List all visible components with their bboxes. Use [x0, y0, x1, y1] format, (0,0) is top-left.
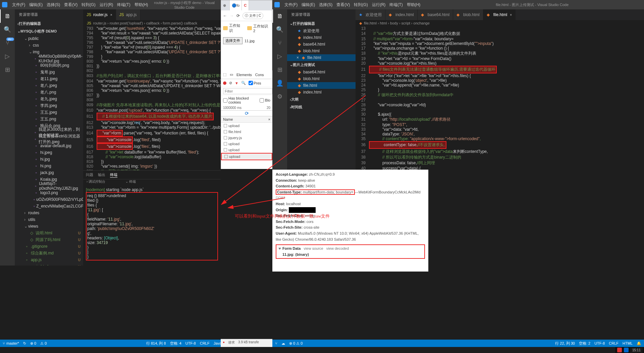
- file-item[interactable]: ▫hi.png: [15, 163, 83, 169]
- network-request-item[interactable]: upload: [221, 123, 272, 129]
- eol[interactable]: CRLF: [609, 341, 619, 345]
- folder-css[interactable]: ›css: [15, 42, 83, 49]
- file-view1[interactable]: ◇说明.htmlU: [15, 230, 83, 236]
- file-item[interactable]: ▫hi.jpg: [15, 156, 83, 163]
- search-icon[interactable]: 🔍: [272, 23, 287, 36]
- file-item[interactable]: ▫Z_encvNMa8ejCas2LCGF0GVL.png: [15, 203, 83, 210]
- open-welcome[interactable]: ★欢迎使用: [287, 27, 356, 34]
- folder-public[interactable]: ⌄public: [15, 35, 83, 42]
- file-item[interactable]: ▫综合案例.mdU: [15, 250, 83, 256]
- tab-blob[interactable]: ◆blob.html: [453, 9, 483, 20]
- bell-icon[interactable]: 🔔: [637, 341, 641, 346]
- tab-router-js[interactable]: JSrouter.js×: [83, 9, 116, 20]
- file-item[interactable]: ▫uOZv0R500FN60ZrVYLpDfn7d.jpg: [15, 196, 83, 203]
- network-header[interactable]: Name×: [221, 116, 272, 123]
- debug-icon[interactable]: ▷: [272, 50, 287, 63]
- tab-problems[interactable]: 问题: [86, 172, 93, 177]
- open-index[interactable]: ◆index.html: [287, 34, 356, 41]
- extensions-icon[interactable]: ⊞: [0, 63, 15, 76]
- network-request-item[interactable]: upload: [221, 153, 272, 160]
- menu-run[interactable]: 运行(R): [98, 2, 115, 8]
- menu-file[interactable]: 文件(F): [10, 2, 27, 8]
- account-icon[interactable]: 👤: [272, 76, 287, 90]
- file-item[interactable]: ▫老九.jpeg: [15, 96, 83, 102]
- menu-help[interactable]: 帮助(H): [405, 2, 423, 8]
- tab-welcome[interactable]: ★欢迎使用: [356, 9, 385, 20]
- file-item[interactable]: ▫鬼哥.jpg: [15, 69, 83, 75]
- inspect-icon[interactable]: ⬚: [223, 72, 226, 77]
- network-request-item[interactable]: upload: [221, 141, 272, 147]
- menu-terminal[interactable]: 终端(T): [387, 2, 405, 8]
- extensions-icon[interactable]: ⊞: [272, 63, 287, 76]
- menu-edit[interactable]: 编辑(E): [300, 2, 317, 8]
- folder-routes[interactable]: ›routes: [15, 210, 83, 216]
- file-item[interactable]: ▫4MM3oOpB88KqV0pMI-KUH3uf.jpg: [15, 55, 83, 62]
- warns-count[interactable]: ⚠ 0: [40, 341, 47, 346]
- debug-icon[interactable]: ▷: [0, 50, 15, 63]
- browser-tab-1[interactable]: ⊕: [221, 0, 230, 10]
- file-item[interactable]: ▫老八.jpeg: [15, 82, 83, 89]
- menu-edit[interactable]: 编辑(E): [27, 2, 45, 8]
- bookmark-folder-1[interactable]: 工作知识: [223, 23, 244, 33]
- close-icon[interactable]: ×: [268, 117, 270, 121]
- ws-base64[interactable]: ◆base64.html: [287, 69, 356, 75]
- bookmark-folder-2[interactable]: 工作知识2: [247, 23, 270, 33]
- tab-elements[interactable]: Elements: [236, 73, 252, 77]
- back-icon[interactable]: ←: [223, 13, 227, 18]
- device-icon[interactable]: ▭: [230, 72, 233, 77]
- browser-tab-2[interactable]: 🔵 fo: [230, 0, 242, 10]
- menu-go[interactable]: 转到(G): [352, 2, 370, 8]
- browser-tab-3[interactable]: C: [242, 0, 249, 10]
- errors-count[interactable]: ⊗ 0 ⚠ 0: [289, 341, 303, 346]
- search-icon[interactable]: 🔍: [0, 23, 15, 36]
- remote-icon[interactable]: ⑂: [275, 341, 277, 345]
- tray-icon[interactable]: [617, 348, 622, 352]
- file-item[interactable]: ▫hi.jpeg: [15, 149, 83, 156]
- tray-icon[interactable]: [624, 348, 629, 352]
- request-headers-pane[interactable]: Accept-Language: zh-CN,zh;q=0.9 Connecti…: [272, 170, 428, 272]
- file-item[interactable]: ▫老11.jpeg: [15, 75, 83, 82]
- ws-file[interactable]: ◆file.html: [287, 82, 356, 89]
- blocked-cookies-checkbox[interactable]: [223, 98, 227, 103]
- tab-console[interactable]: Cons: [255, 73, 264, 77]
- terminal-output[interactable]: [nodemon] starting `node app.js`req {} 8…: [83, 186, 221, 263]
- menu-view[interactable]: 查看(V): [62, 2, 79, 8]
- breadcrumb-right[interactable]: ◆file.html › html › body › script › onch…: [356, 20, 644, 26]
- file-item[interactable]: ▫李四.jpeg: [15, 102, 83, 109]
- choose-file-button[interactable]: 选择文件: [223, 37, 243, 44]
- tab-file-html[interactable]: ◆file.html×: [483, 9, 516, 20]
- breadcrumb-left[interactable]: JSrouter.js › router.post('/upload') › c…: [83, 20, 221, 26]
- scm-icon[interactable]: ⑂: [272, 36, 287, 50]
- code-editor-right[interactable]: 13</span>14 // "var">file方式主要是通过formData…: [356, 26, 644, 170]
- indent[interactable]: 空格: 4: [170, 341, 181, 346]
- workspace-section[interactable]: ⌄ 图片上传测试: [287, 61, 356, 69]
- search-icon[interactable]: 🔍: [241, 81, 246, 85]
- file-view2[interactable]: ◇同源了吗.htmlU: [15, 236, 83, 243]
- folder-views[interactable]: ⌄views: [15, 223, 83, 230]
- open-blob[interactable]: ◆blob.html: [287, 48, 356, 54]
- menu-select[interactable]: 选择(S): [317, 2, 334, 8]
- terminal-tabs[interactable]: 问题 输出 终端: [83, 171, 221, 179]
- tab-terminal[interactable]: 终端: [110, 172, 117, 178]
- clear-icon[interactable]: ⊘: [229, 81, 232, 85]
- menu-terminal[interactable]: 终端(T): [115, 2, 132, 8]
- file-item[interactable]: ▫lJoM5lpT-p0xdNAChtyJJ6ZI.jpg: [15, 183, 83, 189]
- menu-help[interactable]: 帮助(H): [132, 2, 150, 8]
- close-icon[interactable]: ×: [110, 13, 112, 17]
- scm-icon[interactable]: ⑂4k+: [0, 36, 15, 50]
- file-item[interactable]: ▫app.jsU: [15, 256, 83, 263]
- filter-icon[interactable]: ▼: [235, 81, 238, 85]
- cloud-icon[interactable]: ☁: [281, 341, 285, 346]
- explorer-icon[interactable]: 🗎: [272, 9, 287, 23]
- preserve-log-checkbox[interactable]: [249, 81, 253, 85]
- timeline-section[interactable]: › 时间线: [287, 103, 356, 111]
- file-item[interactable]: ▫jack.jpg: [15, 169, 83, 176]
- open-file-html[interactable]: ×◆file.html: [287, 54, 356, 61]
- encoding[interactable]: UTF-8: [594, 341, 605, 345]
- network-request-item[interactable]: upload: [221, 147, 272, 153]
- menu-view[interactable]: 查看(V): [334, 2, 352, 8]
- workspace-section[interactable]: ⌄ MYSQL小程序 DEMO: [15, 27, 83, 35]
- tab-index[interactable]: ◆index.html: [385, 9, 418, 20]
- git-branch[interactable]: ⑂ master*: [3, 341, 19, 345]
- menu-run[interactable]: 运行(R): [370, 2, 388, 8]
